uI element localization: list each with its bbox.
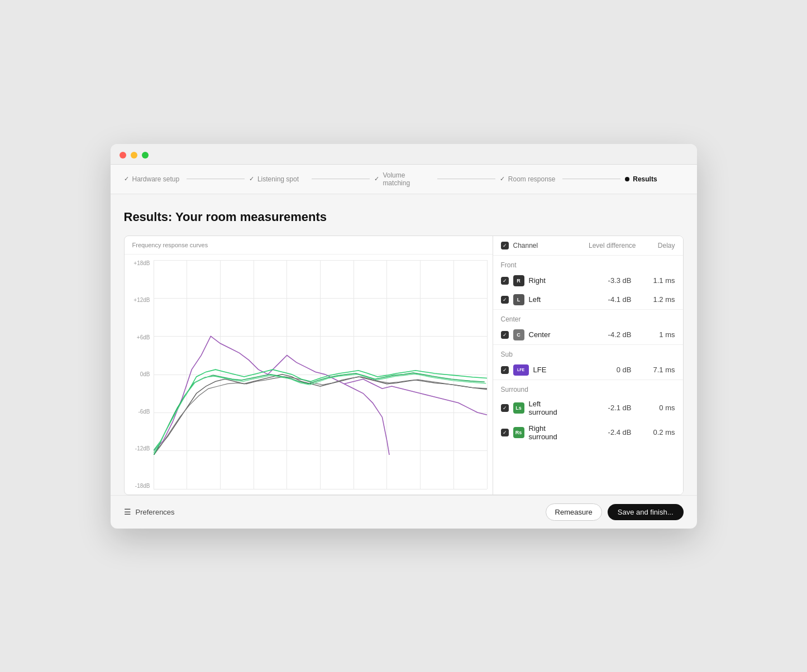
maximize-button[interactable] [142,152,149,159]
step-line-4 [562,179,620,179]
channel-row-rs[interactable]: Rs Right surround -2.4 dB 0.2 ms [493,420,683,445]
y-label-6m: -6dB [129,409,150,415]
channel-row-right[interactable]: R Right -3.3 dB 1.1 ms [493,271,683,290]
table-header: Channel Level difference Delay [493,236,683,256]
step-room-label: Room response [508,175,556,183]
checkbox-right[interactable] [501,277,509,285]
main-layout: Frequency response curves +18dB +12dB +6… [124,236,684,495]
chart-area: +18dB +12dB +6dB 0dB -6dB -12dB -18dB [125,255,493,495]
name-center: Center [529,330,566,339]
delay-ls: 0 ms [636,404,675,412]
name-lfe: LFE [533,366,566,374]
step-line-1 [187,179,245,179]
section-sub: Sub [493,345,683,361]
chart-panel: Frequency response curves +18dB +12dB +6… [125,236,493,495]
section-front: Front [493,256,683,271]
delay-lfe: 7.1 ms [636,366,675,374]
footer: ☰ Preferences Remeasure Save and finish.… [111,495,697,529]
table-header-cols: Channel Level difference Delay [513,242,675,249]
level-left: -4.1 dB [570,295,632,304]
select-all-checkbox[interactable] [501,242,509,249]
badge-rs: Rs [513,427,524,438]
checkbox-lfe[interactable] [501,366,509,374]
step-volume[interactable]: ✓ Volume matching [374,171,432,187]
title-bar [111,144,697,165]
step-room[interactable]: ✓ Room response [500,175,558,183]
channel-row-left[interactable]: L Left -4.1 dB 1.2 ms [493,290,683,309]
delay-left: 1.2 ms [636,295,675,304]
page-title: Results: Your room measurements [124,210,684,224]
step-active-dot [625,177,629,181]
name-right: Right [529,276,566,285]
step-check-icon: ✓ [124,175,129,183]
minimize-button[interactable] [131,152,137,159]
channel-row-lfe[interactable]: LFE LFE 0 dB 7.1 ms [493,361,683,380]
app-window: ✓ Hardware setup ✓ Listening spot ✓ Volu… [111,144,697,529]
stepper-bar: ✓ Hardware setup ✓ Listening spot ✓ Volu… [111,165,697,194]
level-ls: -2.1 dB [570,404,632,412]
y-label-0: 0dB [129,371,150,377]
channel-row-ls[interactable]: Ls Left surround -2.1 dB 0 ms [493,396,683,420]
preferences-button[interactable]: ☰ Preferences [124,507,175,516]
delay-rs: 0.2 ms [636,428,675,436]
step-check-icon2: ✓ [249,175,254,183]
preferences-label: Preferences [136,508,175,516]
badge-lfe: LFE [513,364,529,376]
col-delay-header: Delay [636,242,675,249]
col-channel-header: Channel [513,242,575,249]
y-axis-labels: +18dB +12dB +6dB 0dB -6dB -12dB -18dB [129,260,150,489]
delay-right: 1.1 ms [636,276,675,285]
col-level-header: Level difference [575,242,636,249]
checkbox-ls[interactable] [501,404,509,412]
step-results-label: Results [633,175,657,183]
level-rs: -2.4 dB [570,428,632,436]
save-finish-button[interactable]: Save and finish... [608,504,684,520]
y-label-18m: -18dB [129,483,150,489]
close-button[interactable] [120,152,126,159]
step-volume-label: Volume matching [383,171,432,187]
name-ls: Left surround [529,400,566,416]
step-line-2 [312,179,370,179]
section-surround: Surround [493,380,683,396]
name-rs: Right surround [529,424,566,441]
content-area: Results: Your room measurements Frequenc… [111,194,697,495]
badge-center: C [513,329,524,340]
step-listening-label: Listening spot [257,175,299,183]
checkbox-rs[interactable] [501,429,509,436]
section-center: Center [493,310,683,325]
chart-header: Frequency response curves [125,236,493,255]
step-line-3 [437,179,495,179]
checkbox-left[interactable] [501,296,509,304]
y-label-12m: -12dB [129,445,150,452]
level-center: -4.2 dB [570,330,632,339]
preferences-icon: ☰ [124,507,131,516]
frequency-chart [154,260,487,455]
step-hardware-label: Hardware setup [132,175,180,183]
step-check-icon3: ✓ [374,175,379,183]
badge-left: L [513,294,524,305]
footer-right: Remeasure Save and finish... [546,503,684,521]
badge-ls: Ls [513,402,524,414]
step-listening[interactable]: ✓ Listening spot [249,175,307,183]
level-right: -3.3 dB [570,276,632,285]
channel-row-center[interactable]: C Center -4.2 dB 1 ms [493,325,683,344]
step-results[interactable]: Results [625,175,683,183]
y-label-18p: +18dB [129,260,150,266]
name-left: Left [529,295,566,304]
step-hardware[interactable]: ✓ Hardware setup [124,175,182,183]
delay-center: 1 ms [636,330,675,339]
y-label-6p: +6dB [129,334,150,340]
level-lfe: 0 dB [570,366,632,374]
remeasure-button[interactable]: Remeasure [546,503,602,521]
checkbox-center[interactable] [501,331,509,339]
badge-right: R [513,275,524,286]
step-check-icon4: ✓ [500,175,505,183]
y-label-12p: +12dB [129,297,150,303]
data-panel: Channel Level difference Delay Front R R… [493,236,683,495]
